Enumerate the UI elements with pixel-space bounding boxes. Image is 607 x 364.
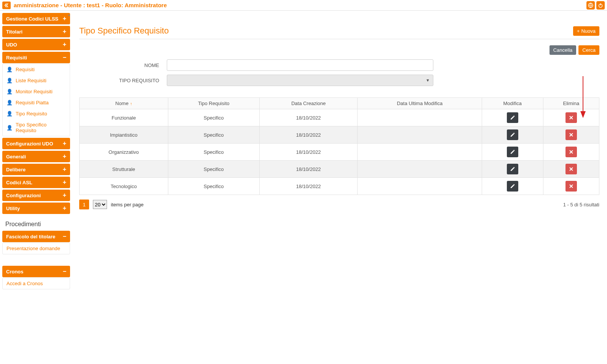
globe-button[interactable] (586, 1, 595, 10)
cell-nome: Impiantistico (80, 126, 168, 144)
col-modifica: Modifica (482, 98, 543, 109)
minus-icon: − (63, 268, 66, 275)
delete-button[interactable] (565, 181, 577, 192)
delete-button[interactable] (565, 129, 577, 140)
cell-data-modifica (358, 109, 482, 126)
cell-tipo: Specifico (168, 109, 259, 126)
col-data-modifica[interactable]: Data Ultima Modifica (358, 98, 482, 109)
panel-cronos[interactable]: Cronos − (2, 266, 70, 277)
edit-icon (510, 132, 515, 137)
panel-requisiti-items: 👤Requisiti 👤Liste Requisiti 👤Monitor Req… (2, 64, 70, 136)
sidebar-item-tipo-requisito[interactable]: 👤Tipo Requisito (3, 108, 70, 119)
panel-label: Gestione Codici ULSS (6, 16, 58, 22)
sidebar-item-monitor-requisiti[interactable]: 👤Monitor Requisiti (3, 86, 70, 97)
edit-button[interactable] (507, 147, 518, 157)
type-label: TIPO REQUISITO (87, 78, 167, 83)
delete-button[interactable] (565, 164, 577, 174)
panel-codici-asl[interactable]: Codici ASL + (2, 177, 70, 188)
panel-configurazioni[interactable]: Configurazioni + (2, 190, 70, 201)
col-data-creazione[interactable]: Data Creazione (259, 98, 358, 109)
delete-button[interactable] (565, 112, 577, 123)
plus-icon: + (63, 205, 66, 212)
user-icon: 👤 (6, 89, 13, 94)
power-icon (598, 3, 603, 8)
panel-generali[interactable]: Generali + (2, 151, 70, 162)
sidebar-item-presentazione-domande[interactable]: Presentazione domande (3, 243, 70, 254)
main-content: Tipo Specifico Requisito + Nuova Cancell… (72, 11, 607, 364)
page-number[interactable]: 1 (79, 200, 89, 209)
close-icon (569, 115, 573, 120)
cancel-button[interactable]: Cancella (549, 45, 577, 55)
panel-cronos-items: Accedi a Cronos (2, 278, 70, 289)
table-row: FunzionaleSpecifico18/10/2022 (80, 109, 599, 126)
cell-tipo: Specifico (168, 178, 259, 195)
cell-nome: Funzionale (80, 109, 168, 126)
cell-data-creazione: 18/10/2022 (259, 178, 358, 195)
items-per-page-label: items per page (111, 202, 144, 208)
cell-data-modifica (358, 161, 482, 178)
sidebar-item-tipo-specifico-requisito[interactable]: 👤Tipo Specifico Requisito (3, 119, 70, 136)
panel-label: Delibere (6, 167, 26, 172)
name-input[interactable] (167, 59, 433, 71)
panel-label: Codici ASL (6, 180, 32, 185)
cell-nome: Tecnologico (80, 178, 168, 195)
edit-button[interactable] (507, 181, 518, 192)
type-select[interactable] (167, 75, 433, 86)
col-tipo-requisito[interactable]: Tipo Requisito (168, 98, 259, 109)
cell-data-modifica (358, 126, 482, 144)
cell-data-creazione: 18/10/2022 (259, 144, 358, 161)
globe-icon (588, 3, 593, 8)
edit-icon (510, 166, 515, 172)
new-button[interactable]: + Nuova (573, 26, 599, 36)
panel-udo[interactable]: UDO + (2, 39, 70, 50)
plus-icon: + (63, 28, 66, 35)
section-procedimenti: Procedimenti (2, 216, 70, 231)
edit-button[interactable] (507, 164, 518, 174)
table-row: StrutturaleSpecifico18/10/2022 (80, 161, 599, 178)
user-icon: 👤 (6, 100, 13, 105)
panel-requisiti[interactable]: Requisiti − (2, 52, 70, 63)
col-nome[interactable]: Nome↑ (80, 98, 168, 109)
app-title: amministrazione - Utente : test1 - Ruolo… (14, 2, 585, 8)
col-elimina: Elimina (543, 98, 599, 109)
panel-label: Fascicolo del titolare (6, 234, 55, 239)
power-button[interactable] (596, 1, 605, 10)
edit-icon (510, 184, 515, 189)
plus-icon: + (63, 41, 66, 48)
sidebar-item-liste-requisiti[interactable]: 👤Liste Requisiti (3, 75, 70, 86)
sidebar-item-requisiti-piatta[interactable]: 👤Requisiti Piatta (3, 97, 70, 108)
user-icon: 👤 (6, 111, 13, 117)
sidebar: ▲ Gestione Codici ULSS + Titolari + UDO … (0, 11, 72, 364)
panel-label: Requisiti (6, 55, 27, 61)
edit-button[interactable] (507, 112, 518, 123)
plus-icon: + (63, 15, 66, 22)
panel-delibere[interactable]: Delibere + (2, 164, 70, 175)
delete-button[interactable] (565, 147, 577, 157)
user-icon: 👤 (6, 125, 13, 131)
search-button[interactable]: Cerca (578, 45, 599, 55)
panel-gestione-codici-ulss[interactable]: Gestione Codici ULSS + (2, 13, 70, 24)
plus-icon: + (63, 179, 66, 186)
plus-icon: + (63, 140, 66, 147)
page-size-select[interactable]: 20 (93, 200, 107, 209)
edit-button[interactable] (507, 129, 518, 140)
panel-label: Utility (6, 206, 20, 211)
panel-configurazioni-udo[interactable]: Configurazioni UDO + (2, 138, 70, 149)
panel-fascicolo-titolare[interactable]: Fascicolo del titolare − (2, 231, 70, 242)
sidebar-item-requisiti[interactable]: 👤Requisiti (3, 64, 70, 75)
panel-titolari[interactable]: Titolari + (2, 26, 70, 37)
cell-data-modifica (358, 144, 482, 161)
plus-icon: + (63, 192, 66, 199)
results-info: 1 - 5 di 5 risultati (563, 202, 599, 208)
user-icon: 👤 (6, 67, 13, 72)
panel-label: Cronos (6, 269, 24, 275)
chevron-double-left-icon (4, 3, 9, 8)
cell-tipo: Specifico (168, 144, 259, 161)
scroll-up-icon: ▲ (67, 13, 71, 17)
back-button[interactable] (2, 2, 11, 9)
sidebar-item-accedi-cronos[interactable]: Accedi a Cronos (3, 278, 70, 289)
cell-data-creazione: 18/10/2022 (259, 126, 358, 144)
panel-utility[interactable]: Utility + (2, 203, 70, 214)
panel-label: Configurazioni UDO (6, 141, 53, 147)
table-row: OrganizzativoSpecifico18/10/2022 (80, 144, 599, 161)
